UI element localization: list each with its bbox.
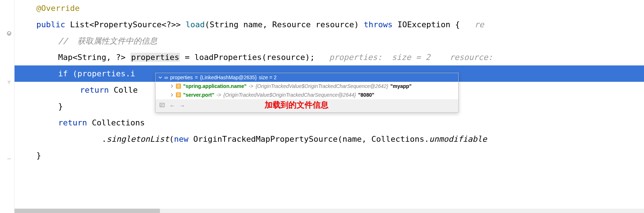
nav-forward-icon[interactable]: →	[180, 103, 185, 109]
editor-gutter	[0, 0, 15, 213]
object-reference: {OriginTrackedValue$OriginTrackedCharSeq…	[224, 92, 356, 98]
code-editor: @Override public List<PropertySource<?>>…	[0, 0, 644, 213]
code-line: }	[15, 147, 644, 164]
block-fold-icon[interactable]	[7, 156, 12, 161]
code-line: // 获取属性文件中的信息	[15, 33, 644, 49]
code-line: @Override	[15, 0, 644, 16]
annotation: @Override	[36, 4, 80, 13]
horizontal-scrollbar[interactable]	[15, 209, 644, 213]
object-reference: {OriginTrackedValue$OriginTrackedCharSeq…	[255, 83, 388, 89]
code-line: Map<String, ?> properties = loadProperti…	[15, 49, 644, 65]
method-override-icon[interactable]	[7, 31, 12, 36]
debug-popup-header[interactable]: ∞ properties = {LinkedHashMap@2635} size…	[156, 73, 458, 82]
entry-key: "server.port"	[183, 92, 214, 98]
comment: // 获取属性文件中的信息	[58, 36, 157, 45]
entry-value: "myapp"	[390, 83, 411, 89]
keyword: public	[36, 20, 65, 29]
inline-debug-hint: properties: size = 2 resource:	[329, 53, 493, 62]
user-annotation: 加载到的文件信息	[265, 100, 329, 110]
code-line: public List<PropertySource<?>> load(Stri…	[15, 16, 644, 33]
debug-entry-row[interactable]: ☰ "spring.application.name" -> {OriginTr…	[156, 82, 458, 91]
code-line: .singletonList(new OriginTrackedMapPrope…	[15, 131, 644, 147]
debug-entry-row[interactable]: ☰ "server.port" -> {OriginTrackedValue$O…	[156, 91, 458, 99]
entry-key: "spring.application.name"	[183, 83, 246, 89]
code-line: return Collections	[15, 114, 644, 131]
map-entry-icon: ☰	[176, 92, 181, 97]
inline-hint: re	[474, 20, 484, 29]
object-icon: ∞	[164, 75, 168, 80]
variable-highlight[interactable]: properties	[130, 53, 180, 62]
chevron-right-icon[interactable]	[170, 84, 174, 88]
chevron-down-icon[interactable]	[158, 76, 162, 79]
scrollbar-thumb[interactable]	[15, 209, 160, 213]
set-value-icon[interactable]	[159, 102, 165, 109]
nav-back-icon[interactable]: ←	[169, 103, 175, 109]
map-entry-icon: ☰	[176, 84, 181, 89]
debug-variable-popup: ∞ properties = {LinkedHashMap@2635} size…	[155, 73, 459, 113]
chevron-right-icon[interactable]	[170, 93, 174, 97]
entry-value: "8080"	[358, 92, 374, 98]
method-name: load	[186, 20, 205, 29]
debug-popup-toolbar: ← → 加载到的文件信息	[156, 99, 458, 112]
variable-name: properties	[170, 75, 193, 80]
svg-rect-1	[160, 103, 164, 107]
breakpoint-marker-icon[interactable]	[7, 80, 12, 85]
